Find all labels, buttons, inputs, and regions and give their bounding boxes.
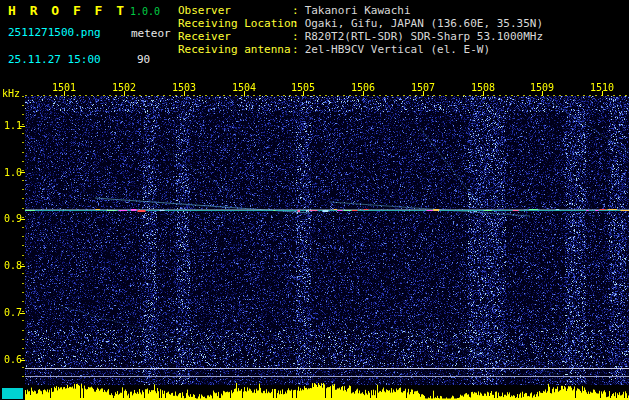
time-tick-label: 1506 — [351, 82, 375, 93]
time-tick-label: 1503 — [172, 82, 196, 93]
freq-tick-label: 0.9 — [4, 213, 22, 224]
info-value: 2el-HB9CV Vertical (el. E-W) — [305, 43, 490, 56]
mode-label: meteor — [131, 27, 171, 40]
time-tick-label: 1502 — [112, 82, 136, 93]
info-label: Receiver — [178, 30, 292, 43]
freq-unit-label: kHz — [2, 88, 20, 99]
info-separator: : — [292, 17, 299, 30]
info-value: Ogaki, Gifu, JAPAN (136.60E, 35.35N) — [305, 17, 543, 30]
freq-tick-label: 0.7 — [4, 307, 22, 318]
info-separator: : — [292, 43, 299, 56]
info-value: R820T2(RTL-SDR) SDR-Sharp 53.1000MHz — [305, 30, 543, 43]
freq-tick-label: 0.6 — [4, 354, 22, 365]
info-row: Receiver : R820T2(RTL-SDR) SDR-Sharp 53.… — [178, 30, 543, 43]
output-filename: 2511271500.png — [8, 26, 101, 39]
time-tick-label: 1507 — [411, 82, 435, 93]
observer-info: Observer : Takanori Kawachi Receiving Lo… — [178, 4, 543, 56]
info-row: Receiving antenna : 2el-HB9CV Vertical (… — [178, 43, 543, 56]
app-version: 1.0.0 — [130, 6, 160, 17]
time-tick-label: 1508 — [471, 82, 495, 93]
spectrogram-canvas — [0, 80, 629, 400]
freq-tick-label: 1.0 — [4, 167, 22, 178]
time-tick-label: 1510 — [590, 82, 614, 93]
freq-tick-label: 1.1 — [4, 120, 22, 131]
timestamp: 25.11.27 15:00 — [8, 53, 101, 66]
freq-tick-label: 0.8 — [4, 260, 22, 271]
time-tick-label: 1509 — [530, 82, 554, 93]
info-label: Receiving Location — [178, 17, 292, 30]
header-param: 90 — [137, 53, 150, 66]
time-tick-label: 1501 — [52, 82, 76, 93]
time-tick-label: 1505 — [291, 82, 315, 93]
info-label: Observer — [178, 4, 292, 17]
info-separator: : — [292, 30, 299, 43]
time-tick-label: 1504 — [232, 82, 256, 93]
info-value: Takanori Kawachi — [305, 4, 411, 17]
info-separator: : — [292, 4, 299, 17]
app-title: H R O F F T — [8, 3, 127, 18]
info-row: Observer : Takanori Kawachi — [178, 4, 543, 17]
hrofft-window: H R O F F T 1.0.0 2511271500.png meteor … — [0, 0, 629, 400]
info-label: Receiving antenna — [178, 43, 292, 56]
info-row: Receiving Location : Ogaki, Gifu, JAPAN … — [178, 17, 543, 30]
